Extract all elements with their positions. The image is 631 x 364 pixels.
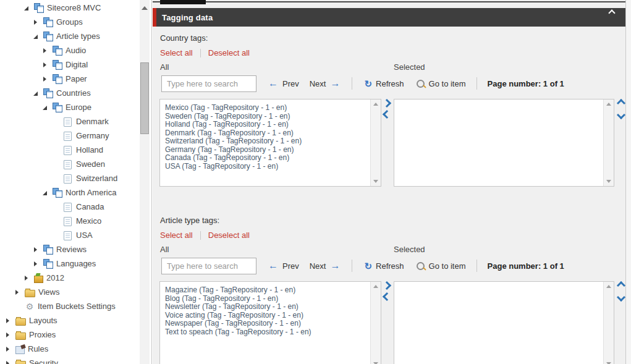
collapse-panel-button[interactable]	[609, 7, 618, 14]
tree-item-sitecore8-mvc[interactable]: Sitecore8 MVC	[0, 1, 139, 15]
move-right-icon[interactable]	[383, 281, 391, 290]
all-items-listbox[interactable]: Magazine (Tag - TagRepository - 1 - en)B…	[159, 281, 381, 364]
tree-expander-icon[interactable]	[5, 360, 11, 364]
scroll-up-icon[interactable]	[142, 6, 148, 10]
listbox-scrollbar[interactable]	[370, 99, 381, 186]
tree-item-views[interactable]: Views	[0, 285, 139, 299]
tree-item-denmark[interactable]: Denmark	[0, 114, 139, 129]
tree-item-digital[interactable]: Digital	[0, 57, 139, 72]
document-icon	[64, 132, 72, 141]
selected-items-listbox[interactable]	[394, 281, 614, 364]
page-scrollbar-track[interactable]	[625, 0, 631, 364]
scroll-up-icon[interactable]	[606, 103, 611, 106]
tree-item-rules[interactable]: Rules	[0, 342, 139, 356]
goto-item-button[interactable]: Go to item	[417, 79, 466, 88]
list-item[interactable]: Canada (Tag - TagRepository - 1 - en)	[165, 154, 370, 163]
prev-button[interactable]: ← Prev	[268, 261, 299, 271]
listbox-scrollbar[interactable]	[603, 99, 614, 186]
list-item[interactable]: Newsletter (Tag - TagRepository - 1 - en…	[165, 303, 370, 311]
next-button[interactable]: Next →	[310, 261, 341, 271]
tree-expander-icon[interactable]	[42, 190, 48, 196]
tree-item-sweden[interactable]: Sweden	[0, 157, 139, 171]
tree-item-groups[interactable]: Groups	[0, 15, 139, 29]
tree-item-mexico[interactable]: Mexico	[0, 214, 139, 228]
search-input[interactable]	[161, 75, 256, 92]
move-down-icon[interactable]	[617, 111, 625, 119]
tree-expander-icon[interactable]	[23, 275, 30, 281]
tree-item-countries[interactable]: Countries	[0, 86, 139, 100]
move-left-icon[interactable]	[383, 110, 391, 119]
tree-item-proxies[interactable]: Proxies	[0, 328, 139, 342]
tree-item-layouts[interactable]: Layouts	[0, 313, 139, 328]
tree-item-germany[interactable]: Germany	[0, 129, 139, 143]
list-item[interactable]: Holland (Tag - TagRepository - 1 - en)	[165, 121, 370, 129]
tree-item-languages[interactable]: Languages	[0, 256, 139, 271]
list-item[interactable]: Switzerland (Tag - TagRepository - 1 - e…	[165, 137, 370, 146]
list-item[interactable]: Mexico (Tag - TagRepository - 1 - en)	[165, 104, 370, 112]
prev-button[interactable]: ← Prev	[268, 78, 299, 88]
scroll-down-icon[interactable]	[373, 180, 378, 183]
list-item[interactable]: Denmark (Tag - TagRepository - 1 - en)	[165, 129, 370, 138]
tree-item-europe[interactable]: Europe	[0, 100, 139, 114]
move-left-icon[interactable]	[383, 292, 391, 301]
tree-expander-icon[interactable]	[5, 318, 11, 324]
list-item[interactable]: Voice acting (Tag - TagRepository - 1 - …	[165, 311, 370, 320]
select-all-link[interactable]: Select all	[160, 48, 193, 57]
tree-expander-icon[interactable]	[33, 90, 39, 96]
move-down-icon[interactable]	[617, 293, 625, 302]
listbox-scrollbar[interactable]	[603, 282, 614, 364]
tree-item-article-types[interactable]: Article types	[0, 29, 139, 43]
scroll-up-icon[interactable]	[373, 103, 378, 106]
tree-item-item-buckets-settings[interactable]: ⚙ Item Buckets Settings	[0, 299, 139, 313]
tree-item-security[interactable]: Security	[0, 356, 139, 364]
tree-expander-icon[interactable]	[42, 62, 48, 68]
tree-item-reviews[interactable]: Reviews	[0, 242, 139, 256]
listbox-scrollbar[interactable]	[370, 282, 381, 364]
all-items-listbox[interactable]: Mexico (Tag - TagRepository - 1 - en)Swe…	[159, 99, 381, 187]
tree-expander-icon[interactable]	[5, 346, 11, 352]
tree-item-switzerland[interactable]: Switzerland	[0, 171, 139, 185]
tree-expander-icon[interactable]	[14, 289, 20, 295]
tree-expander-icon[interactable]	[23, 5, 30, 11]
tree-expander-icon[interactable]	[33, 261, 39, 267]
move-right-icon[interactable]	[383, 99, 391, 108]
tree-item-holland[interactable]: Holland	[0, 143, 139, 157]
list-item[interactable]: Newspaper (Tag - TagRepository - 1 - en)	[165, 320, 370, 328]
scrollbar-thumb[interactable]	[140, 62, 149, 134]
tree-expander-icon[interactable]	[33, 33, 39, 40]
list-item[interactable]: Magazine (Tag - TagRepository - 1 - en)	[165, 286, 370, 295]
refresh-button[interactable]: ↻ Refresh	[364, 261, 404, 271]
deselect-all-link[interactable]: Deselect all	[208, 48, 250, 57]
tree-expander-icon[interactable]	[33, 19, 39, 25]
next-button[interactable]: Next →	[310, 78, 341, 88]
tree-expander-icon[interactable]	[42, 76, 48, 82]
scroll-down-icon[interactable]	[606, 180, 611, 183]
tree-item-audio[interactable]: Audio	[0, 43, 139, 57]
search-input[interactable]	[161, 258, 256, 274]
scroll-up-icon[interactable]	[606, 285, 611, 288]
list-item[interactable]: USA (Tag - TagRepository - 1 - en)	[165, 163, 370, 171]
active-ribbon-tab[interactable]	[160, 0, 206, 4]
tree-item-2012[interactable]: 2012	[0, 271, 139, 285]
tree-item-north-america[interactable]: North America	[0, 185, 139, 200]
tree-scrollbar[interactable]	[140, 0, 150, 364]
list-item[interactable]: Blog (Tag - TagRepository - 1 - en)	[165, 295, 370, 303]
move-up-icon[interactable]	[617, 99, 625, 108]
refresh-button[interactable]: ↻ Refresh	[364, 79, 404, 88]
list-item[interactable]: Germany (Tag - TagRepository - 1 - en)	[165, 146, 370, 154]
tree-item-paper[interactable]: Paper	[0, 72, 139, 86]
list-item[interactable]: Sweden (Tag - TagRepository - 1 - en)	[165, 112, 370, 121]
list-item[interactable]: Text to speach (Tag - TagRepository - 1 …	[165, 328, 370, 337]
tree-expander-icon[interactable]	[33, 247, 39, 253]
selected-items-listbox[interactable]	[394, 99, 614, 187]
goto-item-button[interactable]: Go to item	[417, 261, 466, 271]
tree-expander-icon[interactable]	[5, 332, 11, 338]
move-up-icon[interactable]	[617, 281, 625, 290]
scroll-up-icon[interactable]	[373, 285, 378, 288]
select-all-link[interactable]: Select all	[160, 231, 193, 240]
deselect-all-link[interactable]: Deselect all	[208, 231, 250, 240]
tree-expander-icon[interactable]	[42, 48, 48, 54]
tree-item-usa[interactable]: USA	[0, 228, 139, 242]
tree-expander-icon[interactable]	[42, 104, 48, 111]
tree-item-canada[interactable]: Canada	[0, 200, 139, 214]
